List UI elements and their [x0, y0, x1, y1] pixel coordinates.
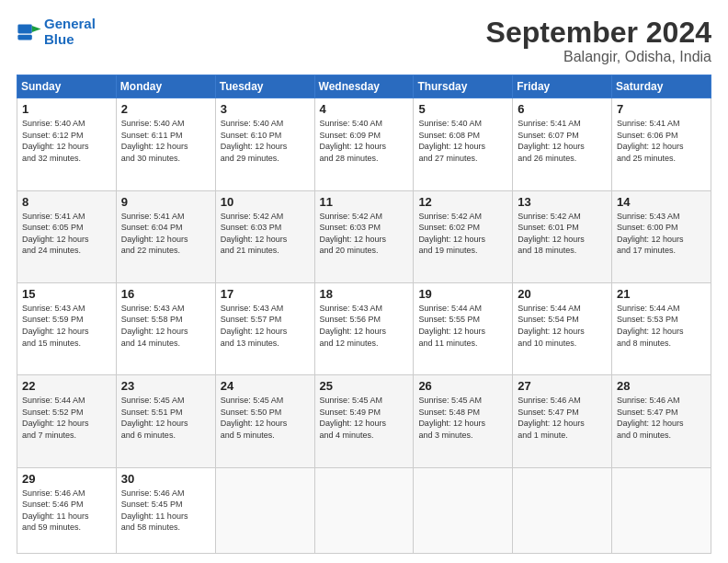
table-row: 28Sunrise: 5:46 AM Sunset: 5:47 PM Dayli…: [612, 375, 711, 467]
table-row: [513, 467, 612, 554]
col-monday: Monday: [116, 75, 215, 98]
table-row: 25Sunrise: 5:45 AM Sunset: 5:49 PM Dayli…: [314, 375, 414, 467]
svg-rect-2: [17, 34, 31, 40]
day-number: 18: [320, 287, 409, 301]
col-tuesday: Tuesday: [215, 75, 314, 98]
table-row: 22Sunrise: 5:44 AM Sunset: 5:52 PM Dayli…: [17, 375, 117, 467]
day-number: 1: [22, 102, 111, 116]
svg-marker-1: [32, 26, 41, 32]
day-number: 6: [518, 102, 607, 116]
day-number: 10: [221, 195, 310, 209]
day-info: Sunrise: 5:42 AM Sunset: 6:02 PM Dayligh…: [418, 211, 507, 257]
day-info: Sunrise: 5:43 AM Sunset: 5:59 PM Dayligh…: [22, 303, 111, 349]
day-number: 29: [22, 472, 111, 486]
day-info: Sunrise: 5:46 AM Sunset: 5:46 PM Dayligh…: [22, 488, 111, 534]
header: General Blue September 2024 Balangir, Od…: [17, 17, 711, 65]
day-number: 13: [518, 195, 607, 209]
col-friday: Friday: [513, 75, 612, 98]
location-title: Balangir, Odisha, India: [486, 49, 711, 65]
day-number: 7: [617, 102, 706, 116]
table-row: 23Sunrise: 5:45 AM Sunset: 5:51 PM Dayli…: [116, 375, 215, 467]
table-row: [612, 467, 711, 554]
day-info: Sunrise: 5:46 AM Sunset: 5:47 PM Dayligh…: [518, 395, 607, 441]
day-info: Sunrise: 5:43 AM Sunset: 5:58 PM Dayligh…: [121, 303, 210, 349]
table-row: 1Sunrise: 5:40 AM Sunset: 6:12 PM Daylig…: [17, 98, 117, 190]
logo-text: General Blue: [44, 17, 96, 47]
col-sunday: Sunday: [17, 75, 117, 98]
day-info: Sunrise: 5:40 AM Sunset: 6:10 PM Dayligh…: [221, 118, 310, 164]
table-row: 26Sunrise: 5:45 AM Sunset: 5:48 PM Dayli…: [414, 375, 513, 467]
day-info: Sunrise: 5:43 AM Sunset: 5:56 PM Dayligh…: [320, 303, 409, 349]
day-info: Sunrise: 5:40 AM Sunset: 6:11 PM Dayligh…: [121, 118, 210, 164]
day-number: 11: [320, 195, 409, 209]
day-info: Sunrise: 5:44 AM Sunset: 5:54 PM Dayligh…: [518, 303, 607, 349]
col-saturday: Saturday: [612, 75, 711, 98]
title-block: September 2024 Balangir, Odisha, India: [486, 17, 711, 65]
table-row: 5Sunrise: 5:40 AM Sunset: 6:08 PM Daylig…: [414, 98, 513, 190]
day-number: 20: [518, 287, 607, 301]
table-row: 29Sunrise: 5:46 AM Sunset: 5:46 PM Dayli…: [17, 467, 117, 554]
day-number: 19: [418, 287, 507, 301]
day-number: 24: [221, 379, 310, 393]
logo-line1: General: [44, 16, 96, 31]
table-row: 10Sunrise: 5:42 AM Sunset: 6:03 PM Dayli…: [215, 190, 314, 282]
table-row: 30Sunrise: 5:46 AM Sunset: 5:45 PM Dayli…: [116, 467, 215, 554]
day-number: 8: [22, 195, 111, 209]
table-row: 14Sunrise: 5:43 AM Sunset: 6:00 PM Dayli…: [612, 190, 711, 282]
day-info: Sunrise: 5:42 AM Sunset: 6:03 PM Dayligh…: [320, 211, 409, 257]
day-number: 12: [418, 195, 507, 209]
table-row: 8Sunrise: 5:41 AM Sunset: 6:05 PM Daylig…: [17, 190, 117, 282]
day-number: 26: [418, 379, 507, 393]
calendar-header-row: Sunday Monday Tuesday Wednesday Thursday…: [17, 75, 711, 98]
col-thursday: Thursday: [414, 75, 513, 98]
day-number: 2: [121, 102, 210, 116]
table-row: [314, 467, 414, 554]
day-info: Sunrise: 5:40 AM Sunset: 6:09 PM Dayligh…: [320, 118, 409, 164]
table-row: 20Sunrise: 5:44 AM Sunset: 5:54 PM Dayli…: [513, 282, 612, 374]
table-row: 7Sunrise: 5:41 AM Sunset: 6:06 PM Daylig…: [612, 98, 711, 190]
table-row: 13Sunrise: 5:42 AM Sunset: 6:01 PM Dayli…: [513, 190, 612, 282]
day-number: 16: [121, 287, 210, 301]
table-row: 15Sunrise: 5:43 AM Sunset: 5:59 PM Dayli…: [17, 282, 117, 374]
day-number: 27: [518, 379, 607, 393]
day-info: Sunrise: 5:44 AM Sunset: 5:52 PM Dayligh…: [22, 395, 111, 441]
day-number: 30: [121, 472, 210, 486]
logo-line2: Blue: [44, 31, 74, 47]
day-number: 9: [121, 195, 210, 209]
table-row: 3Sunrise: 5:40 AM Sunset: 6:10 PM Daylig…: [215, 98, 314, 190]
day-info: Sunrise: 5:42 AM Sunset: 6:01 PM Dayligh…: [518, 211, 607, 257]
day-number: 14: [617, 195, 706, 209]
svg-rect-0: [17, 24, 31, 33]
day-info: Sunrise: 5:44 AM Sunset: 5:55 PM Dayligh…: [418, 303, 507, 349]
table-row: 6Sunrise: 5:41 AM Sunset: 6:07 PM Daylig…: [513, 98, 612, 190]
day-info: Sunrise: 5:46 AM Sunset: 5:45 PM Dayligh…: [121, 488, 210, 534]
day-info: Sunrise: 5:45 AM Sunset: 5:48 PM Dayligh…: [418, 395, 507, 441]
table-row: 21Sunrise: 5:44 AM Sunset: 5:53 PM Dayli…: [612, 282, 711, 374]
logo: General Blue: [17, 17, 96, 47]
table-row: 11Sunrise: 5:42 AM Sunset: 6:03 PM Dayli…: [314, 190, 414, 282]
day-info: Sunrise: 5:45 AM Sunset: 5:50 PM Dayligh…: [221, 395, 310, 441]
day-number: 28: [617, 379, 706, 393]
day-info: Sunrise: 5:41 AM Sunset: 6:06 PM Dayligh…: [617, 118, 706, 164]
day-number: 25: [320, 379, 409, 393]
day-info: Sunrise: 5:41 AM Sunset: 6:07 PM Dayligh…: [518, 118, 607, 164]
day-number: 17: [221, 287, 310, 301]
day-info: Sunrise: 5:40 AM Sunset: 6:12 PM Dayligh…: [22, 118, 111, 164]
table-row: 16Sunrise: 5:43 AM Sunset: 5:58 PM Dayli…: [116, 282, 215, 374]
day-info: Sunrise: 5:45 AM Sunset: 5:51 PM Dayligh…: [121, 395, 210, 441]
day-info: Sunrise: 5:46 AM Sunset: 5:47 PM Dayligh…: [617, 395, 706, 441]
day-number: 22: [22, 379, 111, 393]
table-row: 4Sunrise: 5:40 AM Sunset: 6:09 PM Daylig…: [314, 98, 414, 190]
table-row: 24Sunrise: 5:45 AM Sunset: 5:50 PM Dayli…: [215, 375, 314, 467]
day-number: 21: [617, 287, 706, 301]
day-info: Sunrise: 5:42 AM Sunset: 6:03 PM Dayligh…: [221, 211, 310, 257]
day-info: Sunrise: 5:44 AM Sunset: 5:53 PM Dayligh…: [617, 303, 706, 349]
day-info: Sunrise: 5:43 AM Sunset: 6:00 PM Dayligh…: [617, 211, 706, 257]
day-number: 15: [22, 287, 111, 301]
month-title: September 2024: [486, 17, 711, 49]
day-info: Sunrise: 5:41 AM Sunset: 6:04 PM Dayligh…: [121, 211, 210, 257]
day-info: Sunrise: 5:43 AM Sunset: 5:57 PM Dayligh…: [221, 303, 310, 349]
table-row: 12Sunrise: 5:42 AM Sunset: 6:02 PM Dayli…: [414, 190, 513, 282]
day-info: Sunrise: 5:45 AM Sunset: 5:49 PM Dayligh…: [320, 395, 409, 441]
table-row: [215, 467, 314, 554]
